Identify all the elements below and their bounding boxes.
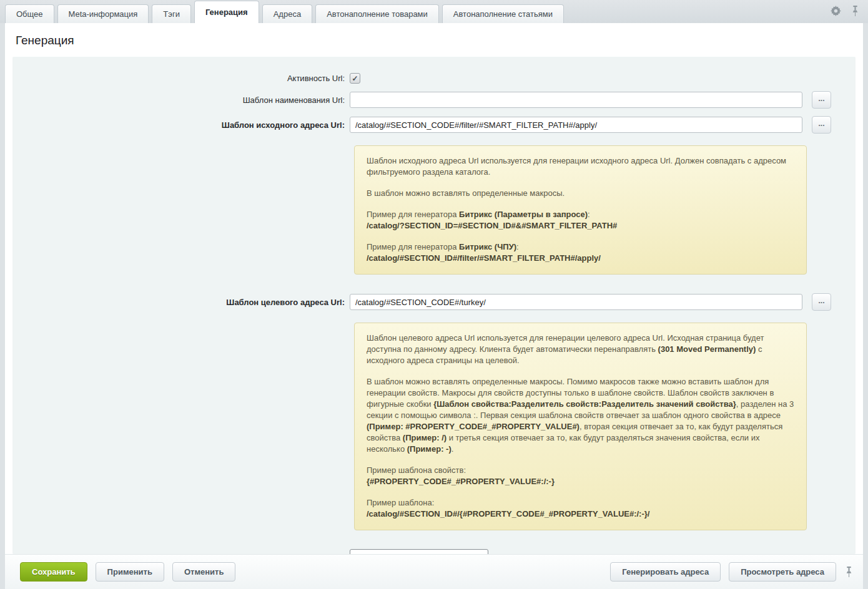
activity-label: Активность Url: <box>12 74 350 83</box>
source-template-input[interactable] <box>350 117 802 133</box>
tab-autofill-articles[interactable]: Автонаполнение статьями <box>442 4 564 23</box>
name-template-label: Шаблон наименования Url: <box>12 95 350 105</box>
name-template-more-button[interactable]: ... <box>812 91 831 109</box>
generation-form: Активность Url: ✓ Шаблон наименования Ur… <box>12 57 856 554</box>
cancel-button[interactable]: Отменить <box>172 562 236 582</box>
form-row-name-template: Шаблон наименования Url: ... <box>12 91 856 109</box>
source-template-label: Шаблон исходного адреса Url: <box>12 120 350 130</box>
tab-tags[interactable]: Тэги <box>152 4 191 23</box>
tab-autofill-products[interactable]: Автонаполнение товарами <box>315 4 439 23</box>
source-template-more-button[interactable]: ... <box>812 116 831 134</box>
pin-icon[interactable] <box>851 6 859 16</box>
apply-button[interactable]: Применить <box>96 562 164 582</box>
content-panel: Генерация Активность Url: ✓ Шаблон наиме… <box>5 23 863 589</box>
target-template-help: Шаблон целевого адреса Url используется … <box>354 323 807 530</box>
tab-bar: Общее Meta-информация Тэги Генерация Адр… <box>0 0 868 23</box>
form-row-source-template: Шаблон исходного адреса Url: ... <box>12 116 856 134</box>
tab-generation[interactable]: Генерация <box>194 1 259 23</box>
tab-meta-information[interactable]: Meta-информация <box>57 4 149 23</box>
view-addresses-button[interactable]: Просмотреть адреса <box>729 562 836 582</box>
activity-checkbox[interactable]: ✓ <box>350 73 360 84</box>
form-row-activity: Активность Url: ✓ <box>12 73 856 84</box>
save-button[interactable]: Сохранить <box>20 562 87 582</box>
footer-toolbar: Сохранить Применить Отменить Генерироват… <box>5 554 863 589</box>
generate-addresses-button[interactable]: Генерировать адреса <box>610 562 721 582</box>
gear-icon[interactable] <box>831 6 841 16</box>
pin-icon[interactable] <box>841 567 853 577</box>
target-template-more-button[interactable]: ... <box>812 293 831 311</box>
generator-select[interactable]: Битрикс (ЧПУ) <box>350 549 488 554</box>
name-template-input[interactable] <box>350 92 802 108</box>
form-row-generator: Генератор Url: Битрикс (ЧПУ) <box>12 549 856 554</box>
tab-general[interactable]: Общее <box>5 4 54 23</box>
source-template-help: Шаблон исходного адреса Url используется… <box>354 145 807 275</box>
form-row-target-template: Шаблон целевого адреса Url: ... <box>12 293 856 311</box>
page-title: Генерация <box>5 23 863 57</box>
tab-addresses[interactable]: Адреса <box>262 4 312 23</box>
target-template-input[interactable] <box>350 294 802 310</box>
target-template-label: Шаблон целевого адреса Url: <box>12 298 350 307</box>
